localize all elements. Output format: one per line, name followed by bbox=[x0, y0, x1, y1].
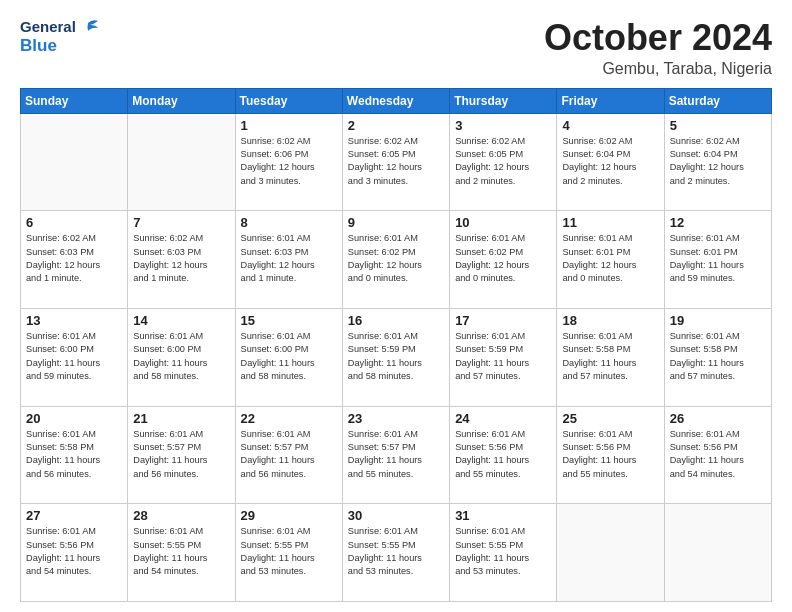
day-info: Sunrise: 6:01 AM Sunset: 5:58 PM Dayligh… bbox=[562, 330, 658, 383]
title-block: October 2024 Gembu, Taraba, Nigeria bbox=[544, 18, 772, 78]
table-row: 22Sunrise: 6:01 AM Sunset: 5:57 PM Dayli… bbox=[235, 406, 342, 504]
calendar-header-row: Sunday Monday Tuesday Wednesday Thursday… bbox=[21, 88, 772, 113]
table-row: 8Sunrise: 6:01 AM Sunset: 6:03 PM Daylig… bbox=[235, 211, 342, 309]
day-number: 5 bbox=[670, 118, 766, 133]
table-row bbox=[557, 504, 664, 602]
day-info: Sunrise: 6:01 AM Sunset: 5:55 PM Dayligh… bbox=[348, 525, 444, 578]
table-row: 1Sunrise: 6:02 AM Sunset: 6:06 PM Daylig… bbox=[235, 113, 342, 211]
col-thursday: Thursday bbox=[450, 88, 557, 113]
day-info: Sunrise: 6:01 AM Sunset: 5:55 PM Dayligh… bbox=[133, 525, 229, 578]
day-info: Sunrise: 6:02 AM Sunset: 6:06 PM Dayligh… bbox=[241, 135, 337, 188]
day-info: Sunrise: 6:01 AM Sunset: 5:57 PM Dayligh… bbox=[241, 428, 337, 481]
table-row: 7Sunrise: 6:02 AM Sunset: 6:03 PM Daylig… bbox=[128, 211, 235, 309]
day-number: 10 bbox=[455, 215, 551, 230]
day-number: 31 bbox=[455, 508, 551, 523]
day-info: Sunrise: 6:01 AM Sunset: 6:01 PM Dayligh… bbox=[562, 232, 658, 285]
day-info: Sunrise: 6:01 AM Sunset: 6:02 PM Dayligh… bbox=[455, 232, 551, 285]
col-saturday: Saturday bbox=[664, 88, 771, 113]
table-row: 13Sunrise: 6:01 AM Sunset: 6:00 PM Dayli… bbox=[21, 308, 128, 406]
day-number: 26 bbox=[670, 411, 766, 426]
day-info: Sunrise: 6:01 AM Sunset: 5:58 PM Dayligh… bbox=[26, 428, 122, 481]
table-row: 2Sunrise: 6:02 AM Sunset: 6:05 PM Daylig… bbox=[342, 113, 449, 211]
day-number: 25 bbox=[562, 411, 658, 426]
day-number: 29 bbox=[241, 508, 337, 523]
logo-bird-icon bbox=[78, 19, 100, 35]
table-row: 16Sunrise: 6:01 AM Sunset: 5:59 PM Dayli… bbox=[342, 308, 449, 406]
day-info: Sunrise: 6:01 AM Sunset: 6:00 PM Dayligh… bbox=[133, 330, 229, 383]
col-friday: Friday bbox=[557, 88, 664, 113]
day-info: Sunrise: 6:02 AM Sunset: 6:04 PM Dayligh… bbox=[670, 135, 766, 188]
col-tuesday: Tuesday bbox=[235, 88, 342, 113]
day-number: 1 bbox=[241, 118, 337, 133]
day-number: 13 bbox=[26, 313, 122, 328]
table-row bbox=[128, 113, 235, 211]
day-info: Sunrise: 6:01 AM Sunset: 5:58 PM Dayligh… bbox=[670, 330, 766, 383]
day-info: Sunrise: 6:01 AM Sunset: 5:56 PM Dayligh… bbox=[562, 428, 658, 481]
day-info: Sunrise: 6:01 AM Sunset: 6:00 PM Dayligh… bbox=[241, 330, 337, 383]
table-row: 21Sunrise: 6:01 AM Sunset: 5:57 PM Dayli… bbox=[128, 406, 235, 504]
day-number: 17 bbox=[455, 313, 551, 328]
table-row: 23Sunrise: 6:01 AM Sunset: 5:57 PM Dayli… bbox=[342, 406, 449, 504]
day-info: Sunrise: 6:01 AM Sunset: 5:56 PM Dayligh… bbox=[26, 525, 122, 578]
day-info: Sunrise: 6:01 AM Sunset: 5:59 PM Dayligh… bbox=[455, 330, 551, 383]
table-row: 27Sunrise: 6:01 AM Sunset: 5:56 PM Dayli… bbox=[21, 504, 128, 602]
day-info: Sunrise: 6:02 AM Sunset: 6:05 PM Dayligh… bbox=[455, 135, 551, 188]
header: General Blue October 2024 Gembu, Taraba,… bbox=[20, 18, 772, 78]
day-number: 3 bbox=[455, 118, 551, 133]
col-wednesday: Wednesday bbox=[342, 88, 449, 113]
table-row: 15Sunrise: 6:01 AM Sunset: 6:00 PM Dayli… bbox=[235, 308, 342, 406]
page: General Blue October 2024 Gembu, Taraba,… bbox=[0, 0, 792, 612]
day-number: 18 bbox=[562, 313, 658, 328]
day-number: 12 bbox=[670, 215, 766, 230]
day-number: 28 bbox=[133, 508, 229, 523]
table-row: 3Sunrise: 6:02 AM Sunset: 6:05 PM Daylig… bbox=[450, 113, 557, 211]
table-row: 5Sunrise: 6:02 AM Sunset: 6:04 PM Daylig… bbox=[664, 113, 771, 211]
table-row: 4Sunrise: 6:02 AM Sunset: 6:04 PM Daylig… bbox=[557, 113, 664, 211]
calendar-table: Sunday Monday Tuesday Wednesday Thursday… bbox=[20, 88, 772, 602]
day-info: Sunrise: 6:01 AM Sunset: 6:02 PM Dayligh… bbox=[348, 232, 444, 285]
table-row: 6Sunrise: 6:02 AM Sunset: 6:03 PM Daylig… bbox=[21, 211, 128, 309]
day-info: Sunrise: 6:02 AM Sunset: 6:03 PM Dayligh… bbox=[133, 232, 229, 285]
col-sunday: Sunday bbox=[21, 88, 128, 113]
table-row bbox=[664, 504, 771, 602]
day-info: Sunrise: 6:01 AM Sunset: 5:56 PM Dayligh… bbox=[670, 428, 766, 481]
table-row: 11Sunrise: 6:01 AM Sunset: 6:01 PM Dayli… bbox=[557, 211, 664, 309]
day-info: Sunrise: 6:02 AM Sunset: 6:05 PM Dayligh… bbox=[348, 135, 444, 188]
day-number: 19 bbox=[670, 313, 766, 328]
calendar-week-row: 6Sunrise: 6:02 AM Sunset: 6:03 PM Daylig… bbox=[21, 211, 772, 309]
day-number: 4 bbox=[562, 118, 658, 133]
day-number: 6 bbox=[26, 215, 122, 230]
calendar-week-row: 27Sunrise: 6:01 AM Sunset: 5:56 PM Dayli… bbox=[21, 504, 772, 602]
table-row: 12Sunrise: 6:01 AM Sunset: 6:01 PM Dayli… bbox=[664, 211, 771, 309]
day-info: Sunrise: 6:01 AM Sunset: 6:03 PM Dayligh… bbox=[241, 232, 337, 285]
day-number: 20 bbox=[26, 411, 122, 426]
table-row: 9Sunrise: 6:01 AM Sunset: 6:02 PM Daylig… bbox=[342, 211, 449, 309]
table-row: 29Sunrise: 6:01 AM Sunset: 5:55 PM Dayli… bbox=[235, 504, 342, 602]
table-row: 28Sunrise: 6:01 AM Sunset: 5:55 PM Dayli… bbox=[128, 504, 235, 602]
logo-blue: Blue bbox=[20, 36, 100, 56]
location: Gembu, Taraba, Nigeria bbox=[544, 60, 772, 78]
day-number: 7 bbox=[133, 215, 229, 230]
day-number: 23 bbox=[348, 411, 444, 426]
day-number: 15 bbox=[241, 313, 337, 328]
day-info: Sunrise: 6:02 AM Sunset: 6:04 PM Dayligh… bbox=[562, 135, 658, 188]
calendar-week-row: 20Sunrise: 6:01 AM Sunset: 5:58 PM Dayli… bbox=[21, 406, 772, 504]
table-row: 14Sunrise: 6:01 AM Sunset: 6:00 PM Dayli… bbox=[128, 308, 235, 406]
day-number: 16 bbox=[348, 313, 444, 328]
table-row: 19Sunrise: 6:01 AM Sunset: 5:58 PM Dayli… bbox=[664, 308, 771, 406]
day-number: 8 bbox=[241, 215, 337, 230]
day-number: 11 bbox=[562, 215, 658, 230]
month-title: October 2024 bbox=[544, 18, 772, 58]
day-number: 24 bbox=[455, 411, 551, 426]
table-row: 25Sunrise: 6:01 AM Sunset: 5:56 PM Dayli… bbox=[557, 406, 664, 504]
calendar-week-row: 13Sunrise: 6:01 AM Sunset: 6:00 PM Dayli… bbox=[21, 308, 772, 406]
table-row: 10Sunrise: 6:01 AM Sunset: 6:02 PM Dayli… bbox=[450, 211, 557, 309]
day-info: Sunrise: 6:01 AM Sunset: 6:00 PM Dayligh… bbox=[26, 330, 122, 383]
day-info: Sunrise: 6:02 AM Sunset: 6:03 PM Dayligh… bbox=[26, 232, 122, 285]
col-monday: Monday bbox=[128, 88, 235, 113]
table-row: 30Sunrise: 6:01 AM Sunset: 5:55 PM Dayli… bbox=[342, 504, 449, 602]
day-number: 30 bbox=[348, 508, 444, 523]
day-number: 14 bbox=[133, 313, 229, 328]
day-number: 22 bbox=[241, 411, 337, 426]
day-info: Sunrise: 6:01 AM Sunset: 6:01 PM Dayligh… bbox=[670, 232, 766, 285]
